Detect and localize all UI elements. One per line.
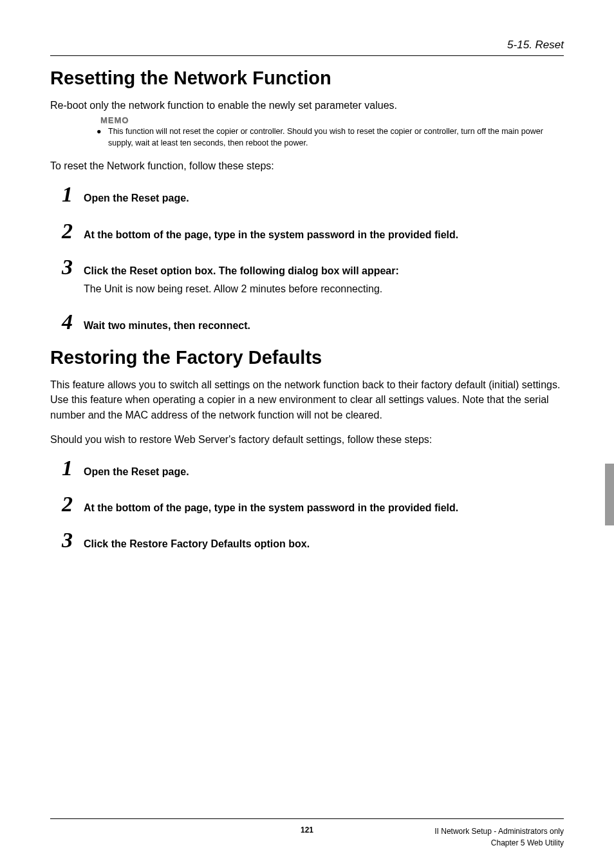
step-title: At the bottom of the page, type in the s… bbox=[84, 501, 564, 515]
step-row: 4 Wait two minutes, then reconnect. bbox=[62, 311, 564, 333]
footer-line1: II Network Setup - Administrators only bbox=[434, 826, 564, 837]
footer: 121 II Network Setup - Administrators on… bbox=[50, 818, 564, 835]
header-section-label: 5-15. Reset bbox=[50, 39, 564, 52]
section2-title: Restoring the Factory Defaults bbox=[50, 347, 564, 368]
footer-line2: Chapter 5 Web Utility bbox=[434, 837, 564, 849]
step-number: 2 bbox=[62, 493, 84, 515]
memo-label: MEMO bbox=[100, 115, 564, 125]
step-number: 3 bbox=[62, 256, 84, 278]
step-row: 1 Open the Reset page. bbox=[62, 184, 564, 205]
memo-text: ●This function will not reset the copier… bbox=[100, 126, 564, 149]
step-content: Open the Reset page. bbox=[84, 185, 564, 205]
step-number: 1 bbox=[62, 184, 84, 205]
step-title: Click the Restore Factory Defaults optio… bbox=[84, 537, 564, 551]
step-content: At the bottom of the page, type in the s… bbox=[84, 222, 564, 242]
step-title: At the bottom of the page, type in the s… bbox=[84, 228, 564, 242]
memo-body: This function will not reset the copier … bbox=[108, 127, 543, 147]
step-title: Click the Reset option box. The followin… bbox=[84, 264, 564, 278]
section2-lead: Should you wish to restore Web Server's … bbox=[50, 434, 564, 446]
step-row: 3 Click the Reset option box. The follow… bbox=[62, 256, 564, 297]
step-row: 2 At the bottom of the page, type in the… bbox=[62, 220, 564, 242]
memo-block: MEMO ●This function will not reset the c… bbox=[100, 115, 564, 149]
step-number: 1 bbox=[62, 457, 84, 479]
footer-row: 121 II Network Setup - Administrators on… bbox=[50, 826, 564, 835]
step-number: 2 bbox=[62, 220, 84, 242]
step-title: Open the Reset page. bbox=[84, 465, 564, 479]
step-body: The Unit is now being reset. Allow 2 min… bbox=[84, 282, 564, 296]
footer-page-number: 121 bbox=[301, 826, 313, 835]
footer-rule bbox=[50, 818, 564, 819]
step-row: 3 Click the Restore Factory Defaults opt… bbox=[62, 529, 564, 551]
step-content: Wait two minutes, then reconnect. bbox=[84, 312, 564, 333]
header-rule bbox=[50, 55, 564, 56]
side-tab bbox=[605, 464, 614, 525]
section1-lead: To reset the Network function, follow th… bbox=[50, 160, 564, 172]
step-title: Open the Reset page. bbox=[84, 191, 564, 205]
section2-intro: This feature allows you to switch all se… bbox=[50, 377, 564, 422]
step-content: Open the Reset page. bbox=[84, 458, 564, 479]
section1-intro: Re-boot only the network function to ena… bbox=[50, 98, 564, 113]
step-title: Wait two minutes, then reconnect. bbox=[84, 319, 564, 333]
step-content: Click the Restore Factory Defaults optio… bbox=[84, 531, 564, 551]
footer-right: II Network Setup - Administrators only C… bbox=[434, 826, 564, 849]
section1-title: Resetting the Network Function bbox=[50, 68, 564, 89]
step-content: Click the Reset option box. The followin… bbox=[84, 258, 564, 297]
step-content: At the bottom of the page, type in the s… bbox=[84, 495, 564, 515]
step-number: 3 bbox=[62, 529, 84, 551]
step-row: 1 Open the Reset page. bbox=[62, 457, 564, 479]
step-number: 4 bbox=[62, 311, 84, 333]
step-row: 2 At the bottom of the page, type in the… bbox=[62, 493, 564, 515]
